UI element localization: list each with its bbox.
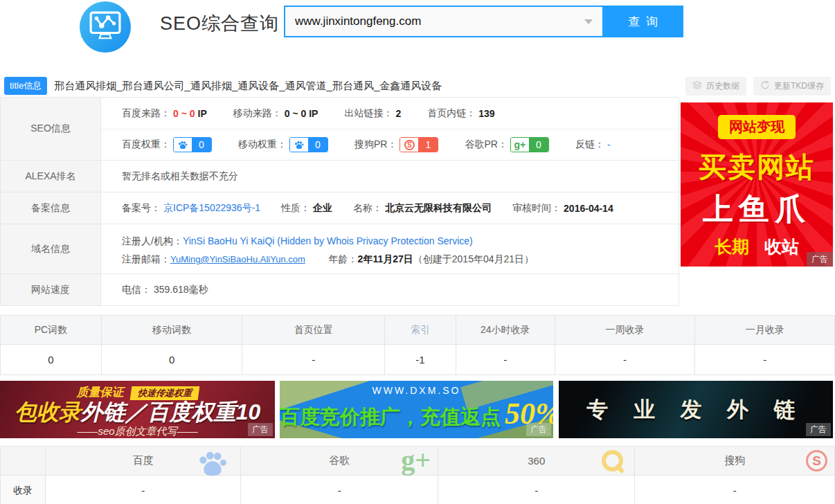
google-pr-pill[interactable]: g+ 0 [510, 137, 549, 152]
engine-header-sogou: 搜狗 S [635, 447, 834, 475]
stats-header-row: PC词数 移动词数 首页位置 索引 24小时收录 一周收录 一月收录 [1, 316, 834, 345]
speed-content: 电信：359.618毫秒 [101, 274, 679, 305]
sogou-pr-pill[interactable]: S 1 [399, 137, 438, 152]
engine-name: 360 [528, 455, 545, 467]
ad-bubble: 网站变现 [718, 115, 796, 139]
refresh-icon [760, 80, 770, 92]
engine-value-google: - [241, 476, 438, 504]
mobile-weight-pill[interactable]: 0 [289, 137, 328, 152]
age-value: 2年11月27日 [358, 253, 413, 264]
left-ad-subline: ——seo原创文章代写—— [0, 425, 275, 438]
title-bar-actions: 历史数据 更新TKD缓存 [685, 77, 831, 96]
sogou-pr-label: 搜狗PR： [354, 138, 397, 151]
stats-header-pc-words: PC词数 [1, 316, 102, 344]
engine-header-google: 谷歌 g+ [241, 447, 438, 475]
domain-registrant-line: 注册人/机构：YinSi BaoHu Yi KaiQi (Hidden by W… [122, 232, 679, 250]
backlinks-value[interactable]: - [607, 139, 611, 150]
outbound-links-label: 出站链接： [344, 107, 393, 120]
alexa-content: 暂无排名或相关数据不充分 [101, 161, 679, 192]
icp-number-link[interactable]: 京ICP备15022936号-1 [163, 202, 260, 215]
left-ad-tag1: 质量保证 [77, 386, 124, 399]
baidu-visits-value: 0 ~ 0 [173, 108, 195, 119]
search-box [284, 6, 604, 37]
ad-tag: 广告 [526, 423, 551, 436]
middle-ad-url: WWW.DXM.SO [280, 385, 553, 396]
seo-info-content: 百度来路：0 ~ 0 IP 移动来路：0 ~ 0 IP 出站链接：2 首页内链：… [101, 98, 679, 160]
email-link[interactable]: YuMing@YinSiBaoHu.AliYun.com [170, 254, 305, 264]
search-input[interactable] [285, 7, 584, 36]
mobile-weight-label: 移动权重： [238, 138, 287, 151]
icp-content: 备案号：京ICP备15022936号-1 性质：企业 名称：北京云无限科技有限公… [101, 192, 679, 224]
sogou-s-icon: S [400, 138, 418, 152]
left-ad-banner[interactable]: 质量保证快速传递权重 包收录外链／百度权重10 ——seo原创文章代写—— 广告 [0, 381, 275, 438]
icp-name-value: 北京云无限科技有限公司 [385, 202, 492, 215]
refresh-tkd-label: 更新TKD缓存 [774, 80, 824, 92]
outbound-links-value: 2 [395, 108, 401, 119]
magnifier-icon [602, 450, 623, 471]
stats-value-mobile-words: 0 [102, 345, 243, 375]
engine-value-row: 收录 - - - - [1, 476, 834, 504]
side-ad-banner[interactable]: 网站变现 买卖网站 上鱼爪 长期收站 广告 [681, 102, 833, 267]
icp-label: 备案信息 [1, 192, 101, 224]
engine-value-360: - [438, 476, 636, 504]
domain-email-line: 注册邮箱：YuMing@YinSiBaoHu.AliYun.com 年龄：2年1… [122, 250, 679, 269]
engine-value-baidu: - [46, 476, 242, 504]
engine-name: 谷歌 [329, 454, 350, 467]
stats-header-home-position: 首页位置 [242, 316, 385, 344]
baidu-paw-icon [174, 138, 192, 152]
search-button[interactable]: 查 询 [604, 6, 683, 37]
stats-value-month: - [695, 345, 834, 375]
telecom-value: 359.618毫秒 [154, 284, 208, 296]
baidu-weight-pill[interactable]: 0 [173, 137, 212, 152]
refresh-tkd-button[interactable]: 更新TKD缓存 [753, 77, 831, 96]
sogou-s-icon: S [806, 450, 827, 471]
app-logo[interactable] [80, 1, 131, 53]
middle-ad-banner[interactable]: WWW.DXM.SO 百度竞价推广，充值返点50% 广告 [280, 381, 553, 438]
ad-tag: 广告 [807, 252, 833, 267]
icp-name-label: 名称： [353, 202, 382, 215]
layers-icon [692, 80, 702, 92]
icp-audit-value: 2016-04-14 [564, 203, 613, 214]
seo-traffic-line: 百度来路：0 ~ 0 IP 移动来路：0 ~ 0 IP 出站链接：2 首页内链：… [101, 98, 679, 129]
stats-header-24h: 24小时收录 [456, 316, 555, 344]
engine-value-sogou: - [635, 476, 834, 504]
right-ad-banner[interactable]: 专 业 发 外 链 广告 [559, 381, 833, 438]
registrant-label: 注册人/机构： [122, 235, 183, 246]
engine-name: 百度 [133, 454, 154, 467]
history-data-label: 历史数据 [706, 80, 739, 92]
stats-header-mobile-words: 移动词数 [102, 316, 243, 344]
ad-tag: 广告 [806, 423, 831, 436]
google-plus-icon: g+ [401, 444, 431, 476]
title-info-bar: title信息 邢台通风排烟_邢台通风公司_通风排烟_通风设备_通风管道_邢台通… [0, 69, 835, 97]
domain-row: 域名信息 注册人/机构：YinSi BaoHu Yi KaiQi (Hidden… [1, 224, 679, 273]
seo-info-table: SEO信息 百度来路：0 ~ 0 IP 移动来路：0 ~ 0 IP 出站链接：2… [0, 97, 679, 306]
stats-value-week: - [555, 345, 696, 375]
left-ad-topline: 质量保证快速传递权重 [0, 384, 275, 400]
google-pr-value: 0 [529, 138, 548, 152]
chevron-down-icon[interactable] [584, 19, 593, 24]
stats-value-pc-words: 0 [1, 345, 102, 375]
info-area: SEO信息 百度来路：0 ~ 0 IP 移动来路：0 ~ 0 IP 出站链接：2… [0, 97, 835, 306]
engine-header-360: 360 [438, 447, 636, 475]
age-label: 年龄： [329, 253, 358, 264]
ad-line2: 上鱼爪 [681, 189, 833, 230]
domain-content: 注册人/机构：YinSi BaoHu Yi KaiQi (Hidden by W… [101, 224, 679, 273]
history-data-button[interactable]: 历史数据 [685, 77, 746, 96]
mobile-visits-label: 移动来路： [233, 107, 282, 120]
stats-header-month: 一月收录 [695, 316, 834, 344]
mobile-weight-value: 0 [308, 138, 327, 152]
alexa-row: ALEXA排名 暂无排名或相关数据不充分 [1, 160, 679, 192]
page-header: SEO综合查询 查 询 [0, 0, 835, 69]
search-engine-table: 百度 谷歌 g+ 360 搜狗 S 收录 - - - - [0, 446, 835, 504]
speed-label: 网站速度 [1, 274, 101, 305]
keyword-stats-table: PC词数 移动词数 首页位置 索引 24小时收录 一周收录 一月收录 0 0 -… [0, 315, 835, 375]
seo-weight-line: 百度权重： 0 [101, 129, 679, 160]
baidu-paw-icon [290, 138, 308, 152]
registrant-link[interactable]: YinSi BaoHu Yi KaiQi (Hidden by Whois Pr… [183, 235, 473, 246]
icp-row: 备案信息 备案号：京ICP备15022936号-1 性质：企业 名称：北京云无限… [1, 192, 679, 224]
baidu-weight-label: 百度权重： [122, 138, 170, 151]
baidu-visits-unit: IP [198, 108, 207, 119]
banner-row: 质量保证快速传递权重 包收录外链／百度权重10 ——seo原创文章代写—— 广告… [0, 381, 835, 438]
baidu-visits-label: 百度来路： [122, 107, 170, 120]
ad-tag: 广告 [248, 423, 273, 436]
